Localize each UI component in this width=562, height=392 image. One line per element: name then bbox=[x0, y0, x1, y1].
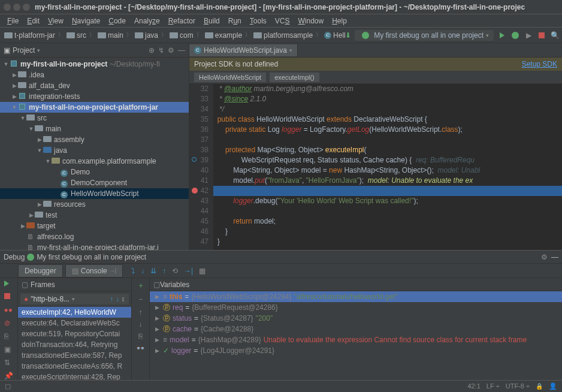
code-line[interactable]: WebScriptRequest req, Status status, Cac… bbox=[213, 155, 562, 165]
get-thread-dump-icon[interactable]: ⎘ bbox=[4, 332, 14, 340]
breadcrumb-segment[interactable]: t-platform-jar bbox=[2, 30, 57, 41]
collapse-icon[interactable]: ⊕ bbox=[149, 46, 155, 55]
tab-console[interactable]: ▤ Console →| bbox=[65, 264, 123, 278]
tree-item-alfresco-log[interactable]: 🗎alfresco.log bbox=[0, 231, 189, 242]
menu-edit[interactable]: Edit bbox=[23, 16, 43, 26]
breadcrumb-segment[interactable]: com bbox=[168, 30, 195, 41]
pin-icon[interactable]: 📌 bbox=[4, 372, 14, 380]
code-line[interactable]: } bbox=[213, 227, 562, 237]
setup-sdk-link[interactable]: Setup SDK bbox=[522, 60, 557, 68]
down-icon[interactable]: ↓ bbox=[139, 320, 143, 328]
thread-selector[interactable]: ● "http-bio-8... ▾ ↑ ↓ ⫾ bbox=[20, 294, 129, 304]
expand-icon[interactable] bbox=[153, 304, 161, 310]
gear-icon[interactable] bbox=[168, 46, 174, 55]
code-line[interactable] bbox=[213, 135, 562, 145]
mute-breakpoints-icon[interactable]: ⊘ bbox=[4, 319, 14, 327]
code-line[interactable]: * @since 2.1.0 bbox=[213, 94, 562, 104]
code-line[interactable]: private static Log logger = LogFactory.g… bbox=[213, 125, 562, 135]
expand-icon[interactable] bbox=[153, 348, 161, 354]
var-logger[interactable]: ✓ logger = {Log4JLogger@24291} bbox=[150, 345, 562, 356]
gutter-line[interactable]: 42 bbox=[189, 186, 209, 196]
tree-item-demo[interactable]: CDemo bbox=[0, 167, 189, 177]
maximize-icon[interactable] bbox=[23, 4, 30, 11]
code-line[interactable]: logger.debug("Your 'Hello World' Web Scr… bbox=[213, 196, 562, 206]
run-config-selector[interactable]: My first debug on all in one project ▾ bbox=[355, 30, 494, 41]
frame-row[interactable]: executeScriptInternal:428, Rep bbox=[18, 372, 131, 380]
frame-row[interactable]: doInTransaction:464, Retrying bbox=[18, 339, 131, 350]
resume-button[interactable] bbox=[4, 281, 14, 288]
code-line[interactable]: model.put("fromJava", "HelloFromJava"); … bbox=[213, 176, 562, 186]
var-req[interactable]: ⓟ req = {BufferedRequest@24286} bbox=[150, 302, 562, 313]
expand-icon[interactable] bbox=[11, 72, 18, 78]
gutter-line[interactable]: 43 bbox=[189, 196, 209, 206]
gutter-line[interactable]: 44 bbox=[189, 206, 209, 216]
editor-tab[interactable]: C HelloWorldWebScript.java ▾ bbox=[189, 44, 298, 56]
expand-icon[interactable] bbox=[11, 83, 18, 89]
breadcrumb-segment[interactable]: java bbox=[133, 30, 160, 41]
gutter-line[interactable]: 47 bbox=[189, 237, 209, 247]
tree-item-src[interactable]: src bbox=[0, 113, 189, 123]
expand-icon[interactable] bbox=[44, 158, 52, 164]
close-icon[interactable] bbox=[4, 4, 11, 11]
frame-row[interactable]: transactionedExecute:587, Rep bbox=[18, 350, 131, 361]
remove-watch-icon[interactable]: － bbox=[137, 294, 144, 304]
expand-icon[interactable] bbox=[19, 223, 26, 229]
copy-icon[interactable]: ⎘ bbox=[138, 332, 143, 340]
gutter-line[interactable]: 45 bbox=[189, 216, 209, 227]
search-icon[interactable]: 🔍 bbox=[550, 31, 560, 40]
restore-layout-icon[interactable]: ▣ bbox=[4, 345, 14, 354]
tab-debugger[interactable]: Debugger bbox=[18, 264, 63, 278]
tree-item-assembly[interactable]: assembly bbox=[0, 134, 189, 145]
var-model[interactable]: ≡ model = {HashMap@24289} Unable to eval… bbox=[150, 334, 562, 345]
tree-item-helloworldwebscript[interactable]: CHelloWorldWebScript bbox=[0, 188, 189, 199]
code-line[interactable] bbox=[213, 206, 562, 216]
expand-icon[interactable] bbox=[36, 147, 43, 153]
minimize-icon[interactable] bbox=[13, 4, 20, 11]
up-icon[interactable]: ↑ bbox=[139, 308, 143, 316]
expand-icon[interactable] bbox=[11, 94, 18, 99]
code-editor[interactable]: 32333435363738394041424344454647 * @auth… bbox=[189, 84, 562, 250]
settings-icon[interactable]: ⇅ bbox=[4, 358, 14, 367]
expand-icon[interactable] bbox=[153, 326, 161, 332]
tree-item-integration-tests[interactable]: integration-tests bbox=[0, 91, 189, 102]
restore-icon-2[interactable]: ▢ bbox=[153, 281, 160, 289]
encoding[interactable]: UTF-8 ÷ bbox=[506, 382, 530, 390]
menu-view[interactable]: View bbox=[44, 16, 67, 26]
menu-navigate[interactable]: Navigate bbox=[68, 16, 104, 26]
scroll-from-source-icon[interactable]: ↯ bbox=[158, 46, 164, 55]
frame-row[interactable]: execute:64, DeclarativeWebSc bbox=[18, 318, 131, 328]
gutter-line[interactable]: 35 bbox=[189, 114, 209, 125]
menu-window[interactable]: Window bbox=[294, 16, 327, 26]
tree-item-target[interactable]: target bbox=[0, 221, 189, 231]
expand-icon[interactable] bbox=[2, 61, 10, 67]
drop-frame-icon[interactable]: ⟲ bbox=[172, 267, 178, 275]
restore-icon[interactable]: ▢ bbox=[22, 281, 28, 289]
code-line[interactable] bbox=[213, 186, 562, 196]
next-frame-icon[interactable]: ↓ bbox=[116, 295, 119, 303]
expand-icon[interactable] bbox=[19, 115, 26, 121]
filter-icon[interactable]: ⫾ bbox=[122, 295, 125, 303]
evaluate-icon[interactable]: ▦ bbox=[199, 267, 206, 275]
expand-icon[interactable] bbox=[153, 315, 161, 321]
breadcrumb-method[interactable]: executeImpl() bbox=[270, 73, 319, 82]
gutter[interactable]: 32333435363738394041424344454647 bbox=[189, 84, 213, 250]
tree-item-test[interactable]: test bbox=[0, 210, 189, 221]
coverage-button[interactable]: ▶ bbox=[524, 31, 533, 40]
inspection-icon[interactable]: 👤 bbox=[549, 382, 557, 390]
menu-run[interactable]: Run bbox=[225, 16, 245, 26]
step-out-icon[interactable]: ↑ bbox=[162, 267, 166, 275]
gutter-line[interactable]: 34 bbox=[189, 104, 209, 114]
gutter-line[interactable]: 38 bbox=[189, 145, 209, 155]
code-line[interactable]: public class HelloWorldWebScript extends… bbox=[213, 114, 562, 125]
tree-item-main[interactable]: main bbox=[0, 123, 189, 134]
step-over-icon[interactable]: ⤵ bbox=[131, 267, 135, 275]
gutter-line[interactable]: 33 bbox=[189, 94, 209, 104]
tree-item--idea[interactable]: .idea bbox=[0, 70, 189, 80]
code-line[interactable]: } bbox=[213, 237, 562, 247]
variables-list[interactable]: ≡ this = {HelloWorldWebScript@24284} "al… bbox=[150, 291, 562, 380]
tree-item-my-first-all-in-one-project-platform-jar-i[interactable]: 🗎my-first-all-in-one-project-platform-ja… bbox=[0, 242, 189, 250]
menu-code[interactable]: Code bbox=[105, 16, 129, 26]
code-line[interactable]: Map<String, Object> model = new HashMap<… bbox=[213, 165, 562, 176]
code-lines[interactable]: * @author martin.bergljung@alfresco.com … bbox=[213, 84, 562, 250]
var-status[interactable]: ⓟ status = {Status@24287} "200" bbox=[150, 313, 562, 324]
